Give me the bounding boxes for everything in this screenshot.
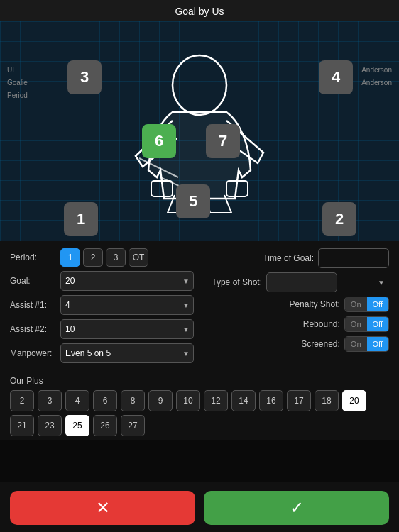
screened-row: Screened: On Off (205, 336, 389, 352)
shot-type-label: Type of Shot: (205, 277, 262, 287)
assist2-dropdown-wrapper: 10 ▼ (60, 319, 194, 339)
plus-btn-10[interactable]: 10 (176, 390, 200, 411)
cancel-icon: ✕ (96, 498, 110, 518)
zone-4-button[interactable]: 4 (319, 60, 353, 94)
rebound-label: Rebound: (283, 319, 340, 329)
shot-type-select[interactable] (266, 272, 337, 292)
plus-btn-9[interactable]: 9 (148, 390, 173, 411)
time-label: Time of Goal: (257, 253, 314, 263)
zone-3-button[interactable]: 3 (67, 60, 102, 94)
goal-select[interactable]: 20 (60, 271, 194, 291)
penalty-row: Penalty Shot: On Off (205, 297, 389, 312)
ui-label: UI (7, 64, 28, 77)
plus-btn-17[interactable]: 17 (287, 390, 311, 411)
svg-point-0 (173, 55, 226, 115)
rink-area: 3 4 6 7 5 1 2 UI Goalie Period Anderson … (0, 21, 399, 241)
assist2-row: Assist #2: 10 ▼ (10, 319, 194, 339)
plus-btn-26[interactable]: 26 (93, 415, 117, 436)
period-label: Period (7, 89, 28, 102)
plus-btn-6[interactable]: 6 (93, 390, 117, 411)
plus-btn-18[interactable]: 18 (315, 390, 339, 411)
shot-type-row: Type of Shot: ▼ (205, 272, 389, 292)
plus-btn-21[interactable]: 21 (10, 415, 34, 436)
plus-btn-14[interactable]: 14 (231, 390, 256, 411)
penalty-toggle: On Off (344, 297, 389, 312)
assist1-label: Assist #1: (10, 300, 56, 310)
assist1-dropdown-wrapper: 4 ▼ (60, 295, 194, 315)
manpower-select[interactable]: Even 5 on 5 (60, 343, 194, 363)
plus-btn-20[interactable]: 20 (342, 390, 366, 411)
time-input[interactable] (318, 248, 389, 268)
rink-info-right: Anderson Anderson (361, 64, 392, 89)
controls-grid: Period: 1 2 3 OT Goal: 20 ▼ (10, 248, 389, 367)
manpower-dropdown-wrapper: Even 5 on 5 ▼ (60, 343, 194, 363)
plus-btn-25[interactable]: 25 (65, 415, 89, 436)
page-title: Goal by Us (175, 6, 224, 17)
plus-btn-8[interactable]: 8 (121, 390, 145, 411)
right-name-1: Anderson (361, 64, 392, 77)
plus-btn-4[interactable]: 4 (65, 390, 89, 411)
zone-1-button[interactable]: 1 (64, 202, 98, 236)
goal-dropdown-wrapper: 20 ▼ (60, 271, 194, 291)
penalty-label: Penalty Shot: (283, 299, 340, 309)
title-bar: Goal by Us (0, 0, 399, 21)
rebound-off-button[interactable]: Off (367, 317, 388, 331)
penalty-off-button[interactable]: Off (367, 297, 388, 311)
manpower-label: Manpower: (10, 348, 56, 358)
plus-btn-23[interactable]: 23 (38, 415, 62, 436)
shot-type-wrapper: ▼ (266, 272, 389, 292)
zone-6-button[interactable]: 6 (142, 124, 176, 158)
plus-grid: 234689101214161718202123252627 (10, 390, 389, 436)
goalie-label: Goalie (7, 77, 28, 89)
period-buttons: 1 2 3 OT (60, 248, 148, 267)
plus-btn-3[interactable]: 3 (38, 390, 62, 411)
rink-info-left: UI Goalie Period (7, 64, 28, 102)
screened-off-button[interactable]: Off (367, 337, 388, 351)
period-row: Period: 1 2 3 OT (10, 248, 194, 267)
period-2-button[interactable]: 2 (83, 248, 103, 267)
manpower-row: Manpower: Even 5 on 5 ▼ (10, 343, 194, 363)
rebound-on-button[interactable]: On (345, 317, 367, 331)
period-3-button[interactable]: 3 (106, 248, 126, 267)
confirm-button[interactable]: ✓ (204, 491, 389, 525)
screened-on-button[interactable]: On (345, 337, 367, 351)
period-ot-button[interactable]: OT (129, 248, 148, 267)
right-name-2: Anderson (361, 77, 392, 89)
cancel-button[interactable]: ✕ (10, 491, 195, 525)
our-plus-section: Our Plus 234689101214161718202123252627 (0, 372, 399, 440)
zone-5-button[interactable]: 5 (176, 184, 210, 218)
plus-btn-16[interactable]: 16 (259, 390, 283, 411)
our-plus-label: Our Plus (10, 376, 389, 386)
confirm-icon: ✓ (290, 498, 304, 518)
assist2-label: Assist #2: (10, 324, 56, 334)
time-row: Time of Goal: (205, 248, 389, 268)
left-controls: Period: 1 2 3 OT Goal: 20 ▼ (10, 248, 194, 367)
goal-label: Goal: (10, 276, 56, 286)
plus-btn-27[interactable]: 27 (121, 415, 145, 436)
period-label: Period: (10, 253, 56, 262)
plus-btn-2[interactable]: 2 (10, 390, 34, 411)
bottom-buttons: ✕ ✓ (0, 482, 399, 532)
assist2-select[interactable]: 10 (60, 319, 194, 339)
right-controls: Time of Goal: Type of Shot: ▼ Penalty Sh… (205, 248, 389, 367)
rebound-toggle: On Off (344, 316, 389, 332)
assist1-select[interactable]: 4 (60, 295, 194, 315)
penalty-on-button[interactable]: On (345, 297, 367, 311)
assist1-row: Assist #1: 4 ▼ (10, 295, 194, 315)
screened-toggle: On Off (344, 336, 389, 352)
controls-area: Period: 1 2 3 OT Goal: 20 ▼ (0, 241, 399, 372)
shot-type-arrow: ▼ (378, 279, 385, 287)
period-1-button[interactable]: 1 (60, 248, 80, 267)
plus-btn-12[interactable]: 12 (204, 390, 228, 411)
zone-2-button[interactable]: 2 (322, 202, 356, 236)
zone-7-button[interactable]: 7 (206, 124, 240, 158)
goal-row: Goal: 20 ▼ (10, 271, 194, 291)
screened-label: Screened: (283, 339, 340, 349)
rebound-row: Rebound: On Off (205, 316, 389, 332)
